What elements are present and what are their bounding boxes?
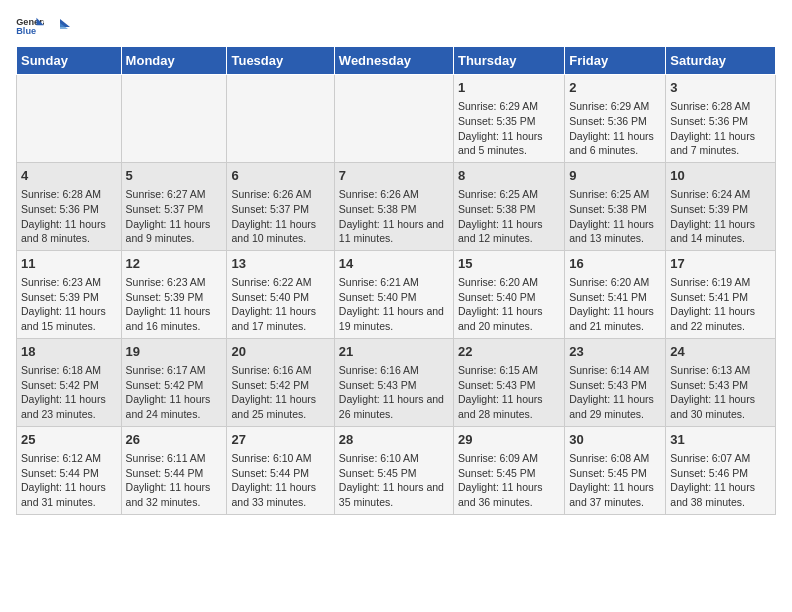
calendar-cell: 17Sunrise: 6:19 AM Sunset: 5:41 PM Dayli… [666, 250, 776, 338]
calendar-cell: 13Sunrise: 6:22 AM Sunset: 5:40 PM Dayli… [227, 250, 334, 338]
week-row-2: 4Sunrise: 6:28 AM Sunset: 5:36 PM Daylig… [17, 162, 776, 250]
day-number: 12 [126, 255, 223, 273]
day-number: 2 [569, 79, 661, 97]
calendar-cell: 19Sunrise: 6:17 AM Sunset: 5:42 PM Dayli… [121, 338, 227, 426]
day-number: 28 [339, 431, 449, 449]
day-number: 25 [21, 431, 117, 449]
calendar-cell: 10Sunrise: 6:24 AM Sunset: 5:39 PM Dayli… [666, 162, 776, 250]
day-number: 1 [458, 79, 560, 97]
day-info: Sunrise: 6:24 AM Sunset: 5:39 PM Dayligh… [670, 187, 771, 246]
day-number: 3 [670, 79, 771, 97]
calendar-cell: 29Sunrise: 6:09 AM Sunset: 5:45 PM Dayli… [453, 426, 564, 514]
day-info: Sunrise: 6:25 AM Sunset: 5:38 PM Dayligh… [569, 187, 661, 246]
day-info: Sunrise: 6:10 AM Sunset: 5:44 PM Dayligh… [231, 451, 329, 510]
calendar-cell [334, 75, 453, 163]
week-row-3: 11Sunrise: 6:23 AM Sunset: 5:39 PM Dayli… [17, 250, 776, 338]
day-number: 20 [231, 343, 329, 361]
calendar-cell: 21Sunrise: 6:16 AM Sunset: 5:43 PM Dayli… [334, 338, 453, 426]
day-info: Sunrise: 6:19 AM Sunset: 5:41 PM Dayligh… [670, 275, 771, 334]
day-number: 16 [569, 255, 661, 273]
day-number: 30 [569, 431, 661, 449]
day-number: 19 [126, 343, 223, 361]
day-info: Sunrise: 6:27 AM Sunset: 5:37 PM Dayligh… [126, 187, 223, 246]
week-row-4: 18Sunrise: 6:18 AM Sunset: 5:42 PM Dayli… [17, 338, 776, 426]
day-number: 18 [21, 343, 117, 361]
day-info: Sunrise: 6:14 AM Sunset: 5:43 PM Dayligh… [569, 363, 661, 422]
day-number: 9 [569, 167, 661, 185]
day-info: Sunrise: 6:09 AM Sunset: 5:45 PM Dayligh… [458, 451, 560, 510]
calendar-cell: 22Sunrise: 6:15 AM Sunset: 5:43 PM Dayli… [453, 338, 564, 426]
day-number: 15 [458, 255, 560, 273]
day-info: Sunrise: 6:23 AM Sunset: 5:39 PM Dayligh… [21, 275, 117, 334]
calendar-cell: 6Sunrise: 6:26 AM Sunset: 5:37 PM Daylig… [227, 162, 334, 250]
day-number: 27 [231, 431, 329, 449]
day-number: 11 [21, 255, 117, 273]
day-info: Sunrise: 6:07 AM Sunset: 5:46 PM Dayligh… [670, 451, 771, 510]
day-number: 21 [339, 343, 449, 361]
day-info: Sunrise: 6:15 AM Sunset: 5:43 PM Dayligh… [458, 363, 560, 422]
calendar-cell [227, 75, 334, 163]
week-row-1: 1Sunrise: 6:29 AM Sunset: 5:35 PM Daylig… [17, 75, 776, 163]
day-info: Sunrise: 6:28 AM Sunset: 5:36 PM Dayligh… [670, 99, 771, 158]
day-info: Sunrise: 6:18 AM Sunset: 5:42 PM Dayligh… [21, 363, 117, 422]
calendar-cell: 27Sunrise: 6:10 AM Sunset: 5:44 PM Dayli… [227, 426, 334, 514]
logo-bird-icon [50, 19, 70, 35]
col-header-saturday: Saturday [666, 47, 776, 75]
calendar-cell: 2Sunrise: 6:29 AM Sunset: 5:36 PM Daylig… [565, 75, 666, 163]
calendar-cell: 8Sunrise: 6:25 AM Sunset: 5:38 PM Daylig… [453, 162, 564, 250]
col-header-thursday: Thursday [453, 47, 564, 75]
day-number: 22 [458, 343, 560, 361]
header-row: SundayMondayTuesdayWednesdayThursdayFrid… [17, 47, 776, 75]
calendar-cell: 11Sunrise: 6:23 AM Sunset: 5:39 PM Dayli… [17, 250, 122, 338]
calendar-cell: 20Sunrise: 6:16 AM Sunset: 5:42 PM Dayli… [227, 338, 334, 426]
day-info: Sunrise: 6:16 AM Sunset: 5:43 PM Dayligh… [339, 363, 449, 422]
day-number: 26 [126, 431, 223, 449]
calendar-cell: 31Sunrise: 6:07 AM Sunset: 5:46 PM Dayli… [666, 426, 776, 514]
day-info: Sunrise: 6:11 AM Sunset: 5:44 PM Dayligh… [126, 451, 223, 510]
calendar-cell: 18Sunrise: 6:18 AM Sunset: 5:42 PM Dayli… [17, 338, 122, 426]
day-number: 8 [458, 167, 560, 185]
day-number: 10 [670, 167, 771, 185]
calendar-cell: 4Sunrise: 6:28 AM Sunset: 5:36 PM Daylig… [17, 162, 122, 250]
calendar-table: SundayMondayTuesdayWednesdayThursdayFrid… [16, 46, 776, 515]
calendar-cell: 16Sunrise: 6:20 AM Sunset: 5:41 PM Dayli… [565, 250, 666, 338]
day-number: 5 [126, 167, 223, 185]
logo-icon: General Blue [16, 16, 44, 38]
day-info: Sunrise: 6:28 AM Sunset: 5:36 PM Dayligh… [21, 187, 117, 246]
day-info: Sunrise: 6:21 AM Sunset: 5:40 PM Dayligh… [339, 275, 449, 334]
day-number: 23 [569, 343, 661, 361]
week-row-5: 25Sunrise: 6:12 AM Sunset: 5:44 PM Dayli… [17, 426, 776, 514]
logo: General Blue [16, 16, 70, 38]
calendar-cell: 7Sunrise: 6:26 AM Sunset: 5:38 PM Daylig… [334, 162, 453, 250]
day-info: Sunrise: 6:20 AM Sunset: 5:41 PM Dayligh… [569, 275, 661, 334]
day-info: Sunrise: 6:26 AM Sunset: 5:37 PM Dayligh… [231, 187, 329, 246]
day-info: Sunrise: 6:29 AM Sunset: 5:36 PM Dayligh… [569, 99, 661, 158]
calendar-cell: 5Sunrise: 6:27 AM Sunset: 5:37 PM Daylig… [121, 162, 227, 250]
day-number: 4 [21, 167, 117, 185]
day-number: 24 [670, 343, 771, 361]
day-number: 13 [231, 255, 329, 273]
day-number: 17 [670, 255, 771, 273]
day-number: 14 [339, 255, 449, 273]
day-number: 31 [670, 431, 771, 449]
col-header-tuesday: Tuesday [227, 47, 334, 75]
col-header-wednesday: Wednesday [334, 47, 453, 75]
col-header-monday: Monday [121, 47, 227, 75]
day-info: Sunrise: 6:08 AM Sunset: 5:45 PM Dayligh… [569, 451, 661, 510]
calendar-cell: 30Sunrise: 6:08 AM Sunset: 5:45 PM Dayli… [565, 426, 666, 514]
col-header-sunday: Sunday [17, 47, 122, 75]
svg-text:Blue: Blue [16, 26, 36, 36]
day-info: Sunrise: 6:29 AM Sunset: 5:35 PM Dayligh… [458, 99, 560, 158]
day-number: 29 [458, 431, 560, 449]
day-info: Sunrise: 6:20 AM Sunset: 5:40 PM Dayligh… [458, 275, 560, 334]
day-info: Sunrise: 6:13 AM Sunset: 5:43 PM Dayligh… [670, 363, 771, 422]
calendar-cell: 9Sunrise: 6:25 AM Sunset: 5:38 PM Daylig… [565, 162, 666, 250]
day-info: Sunrise: 6:25 AM Sunset: 5:38 PM Dayligh… [458, 187, 560, 246]
calendar-cell: 12Sunrise: 6:23 AM Sunset: 5:39 PM Dayli… [121, 250, 227, 338]
day-info: Sunrise: 6:12 AM Sunset: 5:44 PM Dayligh… [21, 451, 117, 510]
calendar-cell: 15Sunrise: 6:20 AM Sunset: 5:40 PM Dayli… [453, 250, 564, 338]
day-info: Sunrise: 6:26 AM Sunset: 5:38 PM Dayligh… [339, 187, 449, 246]
calendar-cell: 26Sunrise: 6:11 AM Sunset: 5:44 PM Dayli… [121, 426, 227, 514]
calendar-cell: 1Sunrise: 6:29 AM Sunset: 5:35 PM Daylig… [453, 75, 564, 163]
calendar-cell [17, 75, 122, 163]
